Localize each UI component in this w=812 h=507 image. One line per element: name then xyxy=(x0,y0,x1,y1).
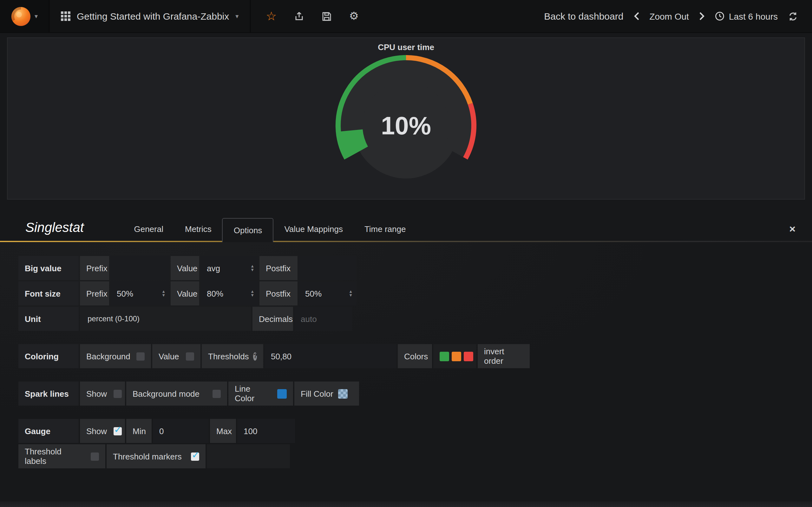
show-label: Show xyxy=(86,426,107,436)
orange-color-swatch[interactable] xyxy=(452,351,461,361)
unit-row: Unit percent (0-100) Decimals xyxy=(18,307,812,331)
time-range-label: Last 6 hours xyxy=(729,11,778,21)
tab-general[interactable]: General xyxy=(123,217,174,241)
big-value-label: Big value xyxy=(18,256,79,280)
value-label: Value xyxy=(171,281,199,305)
prefix-font-size-select[interactable]: 50% ▲▼ xyxy=(110,281,169,305)
star-icon[interactable]: ☆ xyxy=(266,10,276,22)
singlestat-panel: CPU user time 10% xyxy=(7,38,805,200)
fill-color-cell: Fill Color xyxy=(294,382,359,406)
help-icon[interactable]: ? xyxy=(253,352,257,360)
back-to-dashboard-button[interactable]: Back to dashboard xyxy=(544,11,623,21)
gauge-max-input[interactable] xyxy=(237,419,295,443)
gauge-svg: 10% xyxy=(317,53,495,180)
background-checkbox[interactable] xyxy=(137,352,145,360)
unit-value-picker[interactable]: percent (0-100) xyxy=(80,307,251,331)
value-label: Value xyxy=(171,256,199,280)
red-color-swatch[interactable] xyxy=(464,351,473,361)
grafana-logo-icon xyxy=(11,6,32,26)
gauge-label: Gauge xyxy=(18,419,79,443)
panel-type-title: Singlestat xyxy=(26,220,84,241)
panel-title[interactable]: CPU user time xyxy=(8,38,804,52)
selected-value-size: 80% xyxy=(207,289,223,298)
threshold-labels-label: Threshold labels xyxy=(25,447,84,466)
tab-value-mappings[interactable]: Value Mappings xyxy=(273,217,354,241)
spark-show-checkbox[interactable] xyxy=(113,389,121,398)
font-size-row: Font size Prefix 50% ▲▼ Value 80% ▲▼ xyxy=(18,281,812,305)
refresh-icon[interactable] xyxy=(788,11,798,21)
top-navbar: ▾ Getting Started with Grafana-Zabbix ▾ … xyxy=(0,0,812,33)
panel-editor: Singlestat General Metrics Options Value… xyxy=(0,217,812,470)
invert-order-button[interactable]: invert order xyxy=(478,344,530,368)
chevron-down-icon: ▾ xyxy=(235,13,239,19)
value-options-group: Big value Prefix Value avg ▲▼ Postfix Fo… xyxy=(18,256,812,331)
share-icon[interactable] xyxy=(294,11,305,21)
threshold-markers-label: Threshold markers xyxy=(113,452,182,461)
big-value-row: Big value Prefix Value avg ▲▼ Postfix xyxy=(18,256,812,280)
fill-color-swatch[interactable] xyxy=(339,389,348,398)
background-mode-label: Background mode xyxy=(133,389,200,398)
spark-lines-row: Spark lines Show Background mode Line Co… xyxy=(18,382,812,406)
stepper-arrows-icon: ▲▼ xyxy=(250,290,254,297)
threshold-markers-checkbox[interactable]: ✓ xyxy=(191,452,199,460)
navbar-quick-actions: ☆ ⚙ xyxy=(251,0,374,32)
grafana-app: ▾ Getting Started with Grafana-Zabbix ▾ … xyxy=(0,0,812,507)
font-size-label: Font size xyxy=(18,281,79,305)
decimals-input[interactable] xyxy=(294,307,352,331)
value-checkbox[interactable] xyxy=(186,352,194,360)
check-icon: ✓ xyxy=(114,424,122,434)
bottom-panel-edge xyxy=(0,501,812,507)
max-label: Max xyxy=(210,419,236,443)
zoom-out-button[interactable]: Zoom Out xyxy=(649,11,689,21)
threshold-labels-toggle[interactable]: Threshold labels xyxy=(18,444,105,468)
check-icon: ✓ xyxy=(192,450,200,459)
thresholds-input[interactable] xyxy=(264,344,397,368)
save-icon[interactable] xyxy=(322,11,332,21)
background-mode-checkbox[interactable] xyxy=(212,389,221,398)
min-label: Min xyxy=(126,419,152,443)
background-mode-toggle[interactable]: Background mode xyxy=(126,382,227,406)
chevron-left-icon[interactable] xyxy=(633,12,639,20)
time-range-picker[interactable]: Last 6 hours xyxy=(715,11,778,21)
coloring-group: Coloring Background Value Thresholds ? xyxy=(18,344,812,368)
dashboard-title-dropdown[interactable]: Getting Started with Grafana-Zabbix ▾ xyxy=(49,0,251,32)
line-color-swatch[interactable] xyxy=(277,389,287,398)
clock-icon xyxy=(715,11,724,21)
value-font-size-select[interactable]: 80% ▲▼ xyxy=(200,281,258,305)
spark-show-toggle[interactable]: Show xyxy=(80,382,125,406)
threshold-markers-toggle[interactable]: Threshold markers ✓ xyxy=(107,444,206,468)
big-value-prefix-input[interactable] xyxy=(110,256,169,280)
coloring-label: Coloring xyxy=(18,344,79,368)
threshold-labels-checkbox[interactable] xyxy=(91,452,99,460)
gauge-show-checkbox[interactable]: ✓ xyxy=(113,427,121,435)
empty-filler-cell xyxy=(207,444,290,468)
navbar-right: Back to dashboard Zoom Out Last 6 hours xyxy=(544,0,812,32)
coloring-value-toggle[interactable]: Value xyxy=(152,344,200,368)
tab-metrics[interactable]: Metrics xyxy=(174,217,222,241)
unit-label: Unit xyxy=(18,307,79,331)
gauge-row: Gauge Show ✓ Min Max xyxy=(18,419,812,443)
chevron-right-icon[interactable] xyxy=(699,12,705,20)
grafana-menu-button[interactable]: ▾ xyxy=(0,0,49,32)
dashboard-grid-icon xyxy=(61,11,70,21)
green-color-swatch[interactable] xyxy=(440,351,449,361)
tab-time-range[interactable]: Time range xyxy=(354,217,417,241)
postfix-label: Postfix xyxy=(259,256,298,280)
close-icon[interactable]: × xyxy=(789,224,796,234)
gauge-min-input[interactable] xyxy=(153,419,209,443)
postfix-label: Postfix xyxy=(259,281,298,305)
chevron-down-icon: ▾ xyxy=(35,13,38,19)
postfix-font-size-select[interactable]: 50% ▲▼ xyxy=(299,281,357,305)
gear-icon[interactable]: ⚙ xyxy=(349,11,359,21)
coloring-background-toggle[interactable]: Background xyxy=(80,344,151,368)
gauge-show-toggle[interactable]: Show ✓ xyxy=(80,419,125,443)
big-value-stat-select[interactable]: avg ▲▼ xyxy=(200,256,258,280)
tab-options[interactable]: Options xyxy=(222,218,274,242)
prefix-label: Prefix xyxy=(80,281,109,305)
stepper-arrows-icon: ▲▼ xyxy=(250,264,254,272)
big-value-postfix-input[interactable] xyxy=(299,256,357,280)
gauge-thresholds-row: Threshold labels Threshold markers ✓ xyxy=(18,444,812,468)
fill-color-label: Fill Color xyxy=(301,389,334,398)
line-color-cell: Line Color xyxy=(229,382,293,406)
prefix-label: Prefix xyxy=(80,256,109,280)
